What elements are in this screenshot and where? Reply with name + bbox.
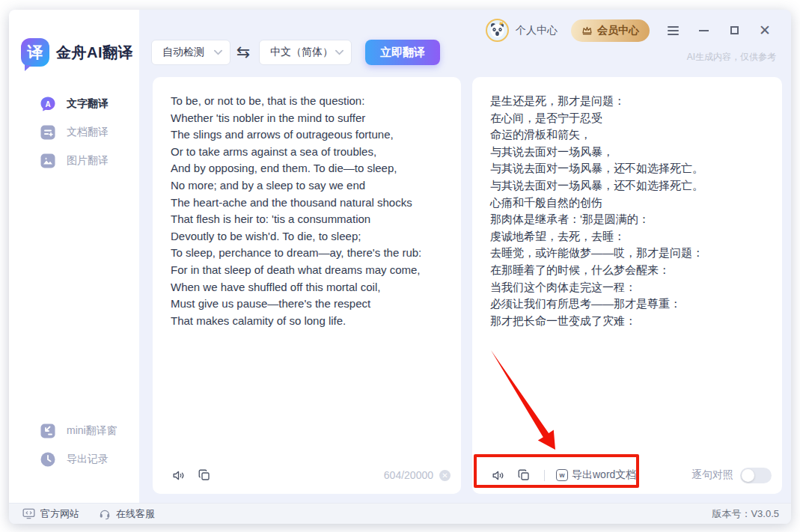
- minimize-button[interactable]: [697, 24, 710, 37]
- tools-divider: [544, 470, 545, 481]
- svg-text:A: A: [45, 100, 50, 108]
- source-text-panel: To be, or not to be, that is the questio…: [153, 77, 461, 494]
- sidebar-item-label: 文档翻译: [67, 126, 109, 139]
- source-language-value: 自动检测: [162, 46, 204, 59]
- chevron-down-icon: [214, 49, 222, 55]
- ai-disclaimer: AI生成内容，仅供参考: [687, 51, 776, 64]
- sidebar-item-label: 导出记录: [67, 453, 109, 466]
- menu-icon[interactable]: [666, 24, 680, 37]
- target-text-panel: 是生还是死，那才是问题： 在心间，是否宁于忍受 命运的滑板和箭矢， 与其说去面对…: [472, 77, 782, 494]
- copy-icon[interactable]: [516, 468, 531, 483]
- maximize-button[interactable]: [727, 24, 741, 37]
- sentence-compare-label: 逐句对照: [691, 468, 733, 482]
- speaker-icon[interactable]: [490, 468, 505, 483]
- window-controls: ✕: [666, 24, 772, 37]
- doc-translate-icon: [39, 123, 57, 141]
- copy-icon[interactable]: [197, 468, 212, 483]
- translate-now-button[interactable]: 立即翻译: [365, 40, 440, 65]
- source-panel-tools: 604/20000 ✕: [171, 466, 451, 484]
- screen: 译 金舟AI翻译 A 文字翻译: [0, 0, 800, 532]
- source-text[interactable]: To be, or not to be, that is the questio…: [171, 93, 449, 329]
- source-language-select[interactable]: 自动检测: [151, 40, 230, 65]
- app-logo: 译 金舟AI翻译: [21, 38, 133, 67]
- target-language-select[interactable]: 中文（简体）: [259, 40, 352, 65]
- user-avatar[interactable]: [486, 19, 509, 42]
- sidebar-item-label: mini翻译窗: [67, 424, 117, 438]
- monitor-icon: [22, 508, 35, 519]
- export-word-button[interactable]: w 导出word文档: [556, 468, 636, 482]
- mini-window-icon: [39, 422, 57, 440]
- official-website-label: 官方网站: [40, 507, 79, 521]
- sentence-compare-toggle[interactable]: [740, 468, 772, 483]
- headset-icon: [99, 508, 111, 520]
- sidebar-item-export-history[interactable]: 导出记录: [9, 450, 139, 469]
- membership-center-button[interactable]: 会员中心: [571, 19, 650, 42]
- char-count: 604/20000: [384, 469, 433, 481]
- translated-text: 是生还是死，那才是问题： 在心间，是否宁于忍受 命运的滑板和箭矢， 与其说去面对…: [490, 93, 770, 329]
- swap-languages-icon[interactable]: ⇆: [233, 42, 254, 63]
- online-support-label: 在线客服: [116, 507, 155, 521]
- app-title: 金舟AI翻译: [56, 43, 133, 63]
- sidebar: 译 金舟AI翻译 A 文字翻译: [9, 10, 139, 503]
- word-doc-icon: w: [556, 469, 568, 481]
- clear-input-icon[interactable]: ✕: [439, 470, 451, 481]
- export-word-label: 导出word文档: [572, 468, 636, 482]
- sidebar-item-text-translate[interactable]: A 文字翻译: [9, 94, 139, 114]
- membership-center-label: 会员中心: [597, 24, 639, 37]
- sidebar-nav-bottom: mini翻译窗 导出记录: [9, 421, 139, 478]
- target-language-value: 中文（简体）: [270, 46, 333, 59]
- titlebar-right: 个人中心 会员中心 ✕: [486, 19, 772, 42]
- app-window: 译 金舟AI翻译 A 文字翻译: [9, 10, 791, 524]
- sidebar-item-label: 文字翻译: [67, 97, 109, 111]
- toggle-knob: [742, 469, 754, 482]
- history-clock-icon: [39, 450, 57, 468]
- sidebar-item-label: 图片翻译: [67, 154, 109, 168]
- text-translate-icon: A: [39, 95, 57, 113]
- logo-bubble-icon: 译: [21, 38, 49, 67]
- version-label: 版本号：V3.0.5: [712, 504, 779, 525]
- close-button[interactable]: ✕: [758, 24, 772, 37]
- chevron-down-icon: [335, 49, 343, 55]
- sidebar-item-image-translate[interactable]: 图片翻译: [9, 151, 139, 171]
- profile-center-label[interactable]: 个人中心: [516, 24, 558, 37]
- sidebar-nav: A 文字翻译 文档翻译: [9, 94, 139, 180]
- crown-icon: [581, 25, 593, 35]
- online-support-link[interactable]: 在线客服: [99, 507, 155, 521]
- image-translate-icon: [39, 152, 57, 170]
- speaker-icon[interactable]: [171, 468, 186, 483]
- official-website-link[interactable]: 官方网站: [22, 507, 79, 521]
- target-panel-tools: w 导出word文档 逐句对照: [490, 466, 772, 484]
- sidebar-item-mini-window[interactable]: mini翻译窗: [9, 421, 139, 441]
- sidebar-item-doc-translate[interactable]: 文档翻译: [9, 123, 139, 142]
- app-footer: 官方网站 在线客服 版本号：V3.0.5: [9, 503, 791, 524]
